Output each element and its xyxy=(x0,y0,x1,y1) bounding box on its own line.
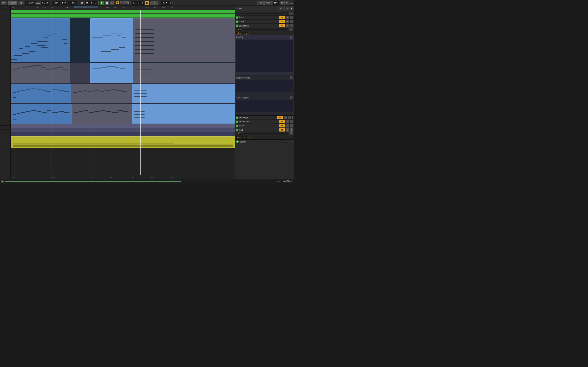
lead-high-s-btn[interactable]: S xyxy=(284,116,287,119)
menu-button[interactable] xyxy=(290,1,293,4)
more-relaxed-clip-1[interactable] xyxy=(11,104,72,124)
clip-view-button[interactable] xyxy=(145,1,149,5)
lead-main-play-btn[interactable] xyxy=(236,25,238,27)
play-button[interactable] xyxy=(100,1,104,5)
lead-main-o-btn[interactable]: O xyxy=(290,24,293,27)
bass-track-num[interactable]: 10 xyxy=(279,16,285,19)
scale-display[interactable]: 15% xyxy=(272,1,279,5)
simpler-chords-clip-2[interactable] xyxy=(71,83,132,103)
lead-main-vol[interactable]: -3.9 xyxy=(236,28,242,31)
bass-track-lane xyxy=(11,10,235,14)
set-btn-minus[interactable]: - xyxy=(283,7,285,10)
bpm-display[interactable]: 141.00 xyxy=(25,1,35,5)
piano-play-btn[interactable] xyxy=(236,125,238,127)
more-relaxed-icon[interactable]: ⊞ xyxy=(290,96,293,99)
loop-button[interactable] xyxy=(120,1,122,4)
tap-button[interactable]: Tap xyxy=(18,1,24,5)
more-relaxed-clip-3[interactable] xyxy=(132,104,235,124)
key-c-button[interactable]: C xyxy=(289,12,293,15)
h-button[interactable]: H xyxy=(280,1,284,5)
right-panel-piano: Piano 15 S O xyxy=(235,124,294,128)
play-all-btn[interactable] xyxy=(1,180,4,183)
lead-high-track-num[interactable]: 13 xyxy=(277,116,283,119)
lead-climax-track-num[interactable]: 14 xyxy=(279,120,285,123)
piano-s-btn[interactable]: S xyxy=(286,124,289,127)
punch-button[interactable] xyxy=(123,1,126,4)
more-relaxed-clip-area[interactable] xyxy=(236,100,293,112)
lead-climax-play-btn[interactable] xyxy=(236,120,238,123)
set-btn-lock[interactable]: 🔒 xyxy=(290,7,293,10)
song-pos-display[interactable]: 33. 1. 1 xyxy=(132,1,144,5)
time-mark-36: 36 xyxy=(131,6,133,8)
lead-main-clip-1[interactable] xyxy=(11,18,70,62)
lead-high-play-btn[interactable] xyxy=(236,117,238,119)
lead-climax-clip[interactable] xyxy=(11,128,235,132)
more-relaxed-clip-2[interactable] xyxy=(72,104,132,124)
collapse-button[interactable] xyxy=(0,6,11,10)
link-button[interactable]: Link xyxy=(1,1,7,5)
pad-s-btn[interactable]: S xyxy=(286,128,289,132)
pad-track-num[interactable]: 16 xyxy=(279,128,285,132)
lead-main-key[interactable]: C xyxy=(289,28,293,31)
record-button[interactable] xyxy=(110,1,114,5)
bass-s-btn[interactable]: S xyxy=(286,16,289,19)
key-button[interactable]: Key xyxy=(257,1,264,5)
simpler-chords-clip-1[interactable] xyxy=(11,83,71,103)
lead-high-clip[interactable] xyxy=(11,124,235,128)
eq-button[interactable] xyxy=(154,1,158,5)
main-progress-bar[interactable] xyxy=(5,181,276,182)
time-sig-display[interactable]: 4 / 4 xyxy=(40,1,49,5)
simpler-chords-icon[interactable]: ⊞ xyxy=(290,76,293,79)
follow-button[interactable]: Follow xyxy=(8,1,17,5)
bass-clip[interactable] xyxy=(11,10,235,13)
pad-vol[interactable]: -10.3 xyxy=(236,132,243,135)
bass-o-btn[interactable]: O xyxy=(290,16,293,19)
midi-button[interactable]: MIDI xyxy=(264,1,272,5)
set-btn-pencil[interactable]: ✏ xyxy=(286,7,289,10)
bass-play-btn[interactable] xyxy=(236,16,238,19)
svg-marker-18 xyxy=(237,141,238,142)
master-play-btn[interactable] xyxy=(236,141,239,143)
pad-clip[interactable] xyxy=(11,136,235,148)
piano-clip[interactable] xyxy=(11,132,235,136)
wave-button[interactable] xyxy=(150,1,154,5)
pad-key-btn[interactable]: C xyxy=(289,132,293,135)
first-try-icon[interactable]: ⊞ xyxy=(290,36,293,39)
zoom-display[interactable]: 100% xyxy=(52,1,60,5)
simpler-chords-clip-area[interactable] xyxy=(236,80,293,92)
piano-o-btn[interactable]: O xyxy=(290,124,293,127)
set-btn-plus[interactable]: + xyxy=(279,7,282,10)
pad-inf2: -7.0 xyxy=(243,136,250,139)
choir-s-btn[interactable]: S xyxy=(286,20,289,23)
choir-play-btn[interactable] xyxy=(236,20,238,23)
master-label: Master xyxy=(240,141,285,143)
first-try-clip-3[interactable] xyxy=(133,63,235,83)
metro-button[interactable] xyxy=(126,1,129,4)
position-display[interactable]: 35. 3. 1 xyxy=(85,1,97,5)
lead-high-resize[interactable] xyxy=(292,116,293,119)
lead-main-s-btn[interactable]: S xyxy=(286,24,289,27)
choir-track-num[interactable]: 11 xyxy=(279,20,285,23)
choir-o-btn[interactable]: O xyxy=(290,20,293,23)
stop-button[interactable] xyxy=(105,1,109,5)
lead-high-o-btn[interactable]: O xyxy=(288,116,291,119)
simpler-chords-clip-3[interactable] xyxy=(132,83,235,103)
quantize-display[interactable]: 1 Bar xyxy=(68,1,77,5)
lead-main-clip-2[interactable] xyxy=(90,18,133,62)
w-button[interactable]: W xyxy=(285,1,289,5)
loop-end-display[interactable]: 4. 0. 0 xyxy=(161,1,173,5)
lead-climax-o-btn[interactable]: O xyxy=(290,120,293,123)
choir-clip[interactable] xyxy=(11,14,235,17)
rewind-button[interactable] xyxy=(80,1,84,5)
lead-main-clip-3[interactable] xyxy=(133,18,235,62)
monitor-display: ● ● xyxy=(61,1,67,5)
track-content[interactable] xyxy=(11,10,235,175)
lead-main-track-num[interactable]: 12 xyxy=(279,24,285,27)
first-try-clip-2[interactable] xyxy=(90,63,133,83)
pad-play-btn[interactable] xyxy=(236,129,238,131)
first-try-clip-area[interactable] xyxy=(236,40,293,72)
piano-track-num[interactable]: 15 xyxy=(279,124,285,127)
pad-o-btn[interactable]: O xyxy=(290,128,293,132)
lead-climax-s-btn[interactable]: S xyxy=(286,120,289,123)
first-try-clip-1[interactable] xyxy=(11,63,70,83)
